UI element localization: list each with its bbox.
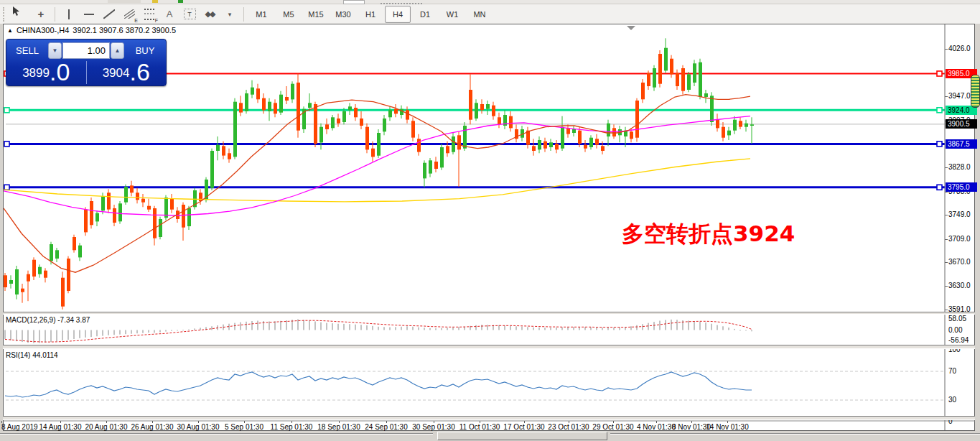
rsi-line — [5, 372, 752, 397]
sell-price-button[interactable]: 3899.0 — [6, 60, 86, 84]
candle — [342, 111, 346, 122]
candle — [95, 213, 99, 222]
date-tick — [60, 421, 61, 423]
pane-separator-macd[interactable] — [3, 312, 975, 315]
candle — [38, 267, 42, 274]
pane-separator-timeaxis[interactable] — [3, 416, 975, 420]
candle — [147, 206, 151, 210]
candle — [182, 205, 185, 228]
hline-handle[interactable] — [937, 71, 942, 76]
hline-handle[interactable] — [4, 108, 9, 113]
candle — [15, 269, 19, 294]
candle — [245, 93, 248, 111]
date-tick — [434, 421, 434, 423]
date-tick — [339, 421, 340, 423]
candle — [113, 208, 116, 223]
candle — [170, 199, 174, 210]
candle — [434, 162, 438, 169]
hline-handle[interactable] — [4, 141, 9, 147]
mini-scrollbar-thumb[interactable] — [971, 75, 980, 108]
sell-price-big-digit: .0 — [50, 61, 70, 83]
candle — [118, 203, 122, 221]
rsi-axis-label: 70 — [948, 367, 956, 375]
candle — [21, 289, 24, 292]
hline-handle[interactable] — [937, 141, 942, 147]
candle — [291, 84, 294, 100]
volume-decrease-button[interactable]: ▼ — [48, 42, 62, 59]
minimized-chart-bar[interactable] — [437, 432, 607, 440]
candle — [704, 93, 708, 97]
candle — [383, 119, 386, 131]
candle — [566, 128, 570, 134]
date-tick-label: 18 Sep 01:30 — [317, 423, 360, 431]
date-tick-label: 30 Aug 01:30 — [177, 423, 220, 431]
candle — [486, 104, 490, 109]
hline-handle[interactable] — [4, 185, 9, 190]
candle — [423, 163, 426, 179]
candle — [607, 124, 610, 136]
price-tick-label: 4026.0 — [948, 45, 971, 52]
candle — [676, 73, 679, 86]
candle — [670, 59, 673, 75]
price-tick — [945, 286, 948, 287]
candle — [256, 88, 260, 99]
candle — [647, 73, 650, 86]
date-tick — [480, 421, 480, 423]
candle — [635, 101, 639, 138]
candle — [429, 160, 432, 173]
candle — [716, 120, 719, 129]
candle — [314, 104, 317, 144]
date-tick — [386, 421, 387, 423]
candle — [446, 146, 449, 153]
price-tick — [945, 49, 948, 50]
candle — [699, 62, 702, 97]
date-tick-label: 8 Aug 2019 — [1, 423, 38, 431]
candle — [73, 237, 76, 250]
date-tick — [656, 421, 657, 423]
chart-annotation-text: 多空转折点3924 — [622, 219, 795, 249]
buy-tab-label[interactable]: BUY — [124, 45, 166, 56]
volume-increase-button[interactable]: ▲ — [111, 42, 124, 59]
chart-shift-marker-icon[interactable] — [627, 26, 635, 30]
candle — [153, 208, 157, 238]
one-click-trading-panel: SELL ▼ ▲ BUY 3899.0 3904.6 — [6, 39, 167, 86]
hline-handle[interactable] — [937, 185, 942, 190]
candle — [492, 106, 495, 116]
candle — [348, 106, 352, 110]
date-tick-label: 8 Nov 01:30 — [672, 423, 711, 431]
candle — [452, 136, 455, 152]
volume-input[interactable] — [62, 42, 110, 59]
candle — [55, 250, 59, 259]
current-price-badge: 3900.5 — [946, 119, 977, 129]
candle — [498, 117, 501, 124]
candle — [365, 127, 369, 150]
candle — [32, 260, 36, 277]
candle — [84, 210, 88, 233]
buy-price-big-digit: .6 — [129, 61, 149, 83]
sell-tab-label[interactable]: SELL — [6, 45, 48, 56]
macd-histogram — [4, 319, 752, 343]
candle — [457, 135, 461, 149]
candle — [440, 147, 444, 167]
candle — [9, 280, 13, 284]
candle — [377, 133, 381, 156]
candle — [50, 244, 53, 261]
price-badge-3867.5: 3867.5 — [946, 139, 977, 149]
candle — [285, 97, 289, 101]
buy-price-button[interactable]: 3904.6 — [87, 60, 167, 84]
date-tick-label: 11 Oct 01:30 — [459, 423, 500, 431]
macd-signal-line — [5, 320, 752, 342]
candle — [239, 103, 243, 112]
candle — [210, 151, 214, 188]
pane-separator-rsi[interactable] — [3, 345, 975, 349]
candle — [572, 129, 576, 133]
candle — [722, 127, 725, 138]
candle — [101, 196, 105, 210]
date-tick — [691, 421, 692, 423]
candle — [4, 275, 7, 287]
candle — [710, 96, 714, 122]
candle — [44, 271, 47, 278]
candle — [509, 116, 513, 129]
hline-handle[interactable] — [937, 108, 942, 113]
price-tick-label: 3749.0 — [948, 210, 971, 218]
